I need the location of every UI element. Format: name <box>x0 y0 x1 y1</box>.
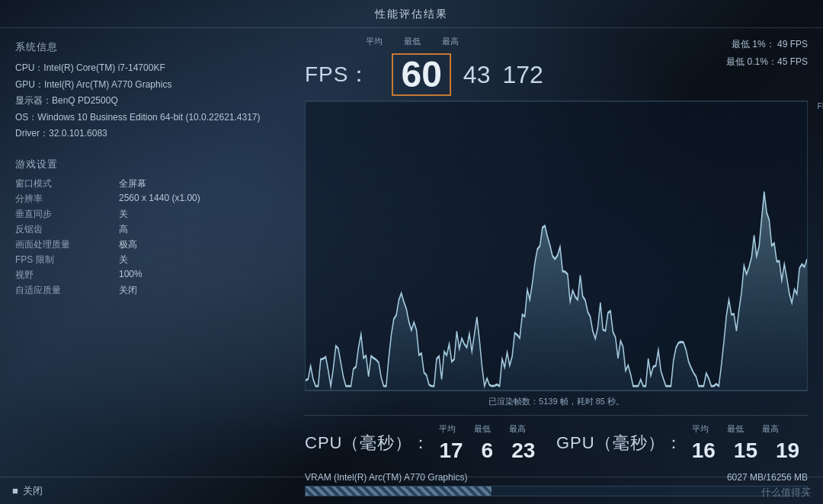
fps-right-stats: 最低 1%： 49 FPS 最低 0.1%：45 FPS <box>726 36 808 71</box>
settings-label: 画面处理质量 <box>15 238 107 251</box>
settings-label: FPS 限制 <box>15 254 107 266</box>
gpu-ms-label: GPU（毫秒）： <box>556 432 683 455</box>
close-label: 关闭 <box>23 484 43 498</box>
max-header: 最高 <box>442 36 459 47</box>
settings-value: 关 <box>119 254 282 266</box>
settings-value: 极高 <box>119 238 282 251</box>
right-panel: 平均 最低 最高 FPS： 60 43 172 最低 1%： 49 FPS 最 <box>297 28 823 504</box>
settings-label: 视野 <box>15 269 107 282</box>
cpu-info: CPU：Intel(R) Core(TM) i7-14700KF <box>15 60 282 77</box>
gpu-avg-header: 平均 <box>692 423 709 435</box>
settings-label: 垂直同步 <box>15 208 107 221</box>
system-info-section: 系统信息 CPU：Intel(R) Core(TM) i7-14700KF GP… <box>15 40 282 142</box>
system-info-title: 系统信息 <box>15 40 282 54</box>
settings-value: 关闭 <box>119 284 282 297</box>
close-button[interactable]: ■ 关闭 <box>12 484 43 498</box>
min-header: 最低 <box>404 36 421 47</box>
settings-label: 分辨率 <box>15 193 107 206</box>
settings-value: 高 <box>119 223 282 236</box>
svg-marker-2 <box>306 192 807 391</box>
driver-info: Driver：32.0.101.6083 <box>15 126 282 142</box>
settings-label: 窗口模式 <box>15 177 107 190</box>
bottom-separator <box>305 415 808 416</box>
chart-footer: 已渲染帧数：5139 帧，耗时 85 秒。 <box>305 396 808 407</box>
settings-label: 反锯齿 <box>15 223 107 236</box>
cpu-avg-header: 平均 <box>439 423 456 435</box>
bottom-bar: ■ 关闭 <box>0 477 823 504</box>
fps-min-value: 43 <box>463 62 491 87</box>
gpu-min-header: 最低 <box>727 423 744 435</box>
ms-section: CPU（毫秒）： 平均 最低 最高 17 6 23 <box>305 423 808 463</box>
os-info: OS：Windows 10 Business Edition 64-bit (1… <box>15 110 282 126</box>
fps-chart <box>305 100 808 391</box>
system-info-text: CPU：Intel(R) Core(TM) i7-14700KF GPU：Int… <box>15 60 282 142</box>
cpu-max-header: 最高 <box>509 423 526 435</box>
fps-low01: 最低 0.1%：45 FPS <box>726 53 808 71</box>
gpu-avg-value: 16 <box>692 439 716 463</box>
fps-max-value: 172 <box>502 62 543 87</box>
settings-grid: 窗口模式全屏幕分辨率2560 x 1440 (x1.00)垂直同步关反锯齿高画面… <box>15 177 282 297</box>
gpu-ms-group: GPU（毫秒）： 平均 最低 最高 16 15 19 <box>556 423 808 463</box>
close-icon: ■ <box>12 485 18 496</box>
fps-avg-value: 60 <box>392 53 450 96</box>
cpu-ms-label: CPU（毫秒）： <box>305 432 430 455</box>
game-settings-section: 游戏设置 窗口模式全屏幕分辨率2560 x 1440 (x1.00)垂直同步关反… <box>15 158 282 297</box>
cpu-min-value: 6 <box>482 439 494 463</box>
fps-header: 平均 最低 最高 FPS： 60 43 172 最低 1%： 49 FPS 最 <box>305 36 808 96</box>
left-panel: 系统信息 CPU：Intel(R) Core(TM) i7-14700KF GP… <box>0 28 297 504</box>
gpu-info: GPU：Intel(R) Arc(TM) A770 Graphics <box>15 77 282 94</box>
fps-low1: 最低 1%： 49 FPS <box>726 36 808 53</box>
fps-label: FPS： <box>305 60 370 89</box>
settings-value: 全屏幕 <box>119 177 282 190</box>
content-area: 系统信息 CPU：Intel(R) Core(TM) i7-14700KF GP… <box>0 28 823 504</box>
cpu-ms-group: CPU（毫秒）： 平均 最低 最高 17 6 23 <box>305 423 556 463</box>
watermark: 什么值得买 <box>761 486 811 499</box>
cpu-max-value: 23 <box>511 439 535 463</box>
settings-label: 自适应质量 <box>15 284 107 297</box>
settings-value: 100% <box>119 269 282 282</box>
gpu-min-value: 15 <box>734 439 757 463</box>
monitor-info: 显示器：BenQ PD2500Q <box>15 93 282 110</box>
cpu-avg-value: 17 <box>439 439 463 463</box>
avg-header: 平均 <box>366 36 383 47</box>
overlay: 性能评估结果 系统信息 CPU：Intel(R) Core(TM) i7-147… <box>0 0 823 504</box>
settings-value: 关 <box>119 208 282 221</box>
gpu-max-value: 19 <box>776 439 799 463</box>
settings-value: 2560 x 1440 (x1.00) <box>119 193 282 206</box>
gpu-max-header: 最高 <box>762 423 779 435</box>
page-title: 性能评估结果 <box>0 0 823 28</box>
cpu-min-header: 最低 <box>474 423 491 435</box>
game-settings-title: 游戏设置 <box>15 158 282 171</box>
